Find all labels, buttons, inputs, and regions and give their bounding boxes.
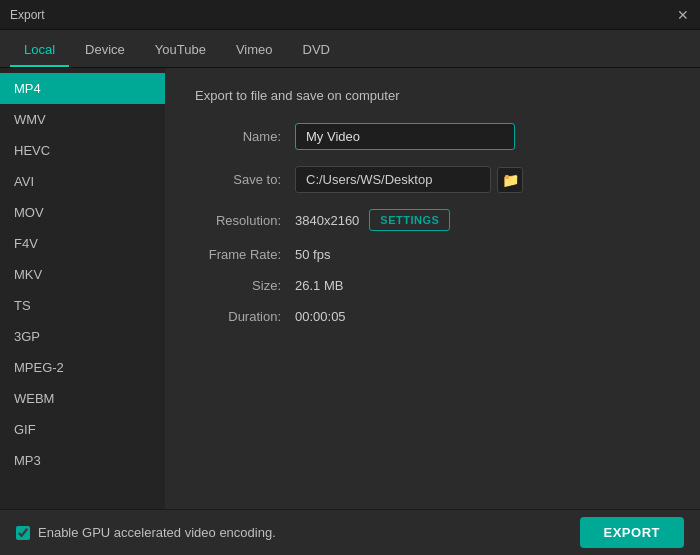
tab-youtube[interactable]: YouTube — [141, 34, 220, 67]
name-label: Name: — [195, 129, 295, 144]
saveto-path: C:/Users/WS/Desktop — [295, 166, 491, 193]
gpu-label: Enable GPU accelerated video encoding. — [38, 525, 276, 540]
sidebar-item-hevc[interactable]: HEVC — [0, 135, 165, 166]
saveto-row: Save to: C:/Users/WS/Desktop 📁 — [195, 166, 670, 193]
sidebar: MP4 WMV HEVC AVI MOV F4V MKV TS 3GP MPEG… — [0, 68, 165, 509]
tab-vimeo[interactable]: Vimeo — [222, 34, 287, 67]
sidebar-item-mp4[interactable]: MP4 — [0, 73, 165, 104]
sidebar-item-webm[interactable]: WEBM — [0, 383, 165, 414]
resolution-label: Resolution: — [195, 213, 295, 228]
window-title: Export — [10, 8, 45, 22]
settings-button[interactable]: SETTINGS — [369, 209, 450, 231]
folder-button[interactable]: 📁 — [497, 167, 523, 193]
resolution-value: 3840x2160 — [295, 213, 359, 228]
size-value: 26.1 MB — [295, 278, 343, 293]
tab-device[interactable]: Device — [71, 34, 139, 67]
saveto-wrapper: C:/Users/WS/Desktop 📁 — [295, 166, 523, 193]
sidebar-item-mp3[interactable]: MP3 — [0, 445, 165, 476]
resolution-wrapper: 3840x2160 SETTINGS — [295, 209, 450, 231]
framerate-row: Frame Rate: 50 fps — [195, 247, 670, 262]
sidebar-item-wmv[interactable]: WMV — [0, 104, 165, 135]
tab-local[interactable]: Local — [10, 34, 69, 67]
resolution-row: Resolution: 3840x2160 SETTINGS — [195, 209, 670, 231]
sidebar-item-mpeg2[interactable]: MPEG-2 — [0, 352, 165, 383]
gpu-checkbox[interactable] — [16, 526, 30, 540]
tab-bar: Local Device YouTube Vimeo DVD — [0, 30, 700, 68]
panel-title: Export to file and save on computer — [195, 88, 670, 103]
size-label: Size: — [195, 278, 295, 293]
tab-dvd[interactable]: DVD — [289, 34, 344, 67]
right-panel: Export to file and save on computer Name… — [165, 68, 700, 509]
sidebar-item-avi[interactable]: AVI — [0, 166, 165, 197]
bottom-bar: Enable GPU accelerated video encoding. E… — [0, 509, 700, 555]
name-row: Name: — [195, 123, 670, 150]
framerate-value: 50 fps — [295, 247, 330, 262]
size-row: Size: 26.1 MB — [195, 278, 670, 293]
sidebar-item-ts[interactable]: TS — [0, 290, 165, 321]
folder-icon: 📁 — [502, 172, 519, 188]
sidebar-item-mkv[interactable]: MKV — [0, 259, 165, 290]
export-button[interactable]: EXPORT — [580, 517, 684, 548]
saveto-label: Save to: — [195, 172, 295, 187]
sidebar-item-3gp[interactable]: 3GP — [0, 321, 165, 352]
close-button[interactable]: ✕ — [676, 8, 690, 22]
duration-label: Duration: — [195, 309, 295, 324]
framerate-label: Frame Rate: — [195, 247, 295, 262]
sidebar-item-mov[interactable]: MOV — [0, 197, 165, 228]
duration-value: 00:00:05 — [295, 309, 346, 324]
title-bar: Export ✕ — [0, 0, 700, 30]
sidebar-item-gif[interactable]: GIF — [0, 414, 165, 445]
sidebar-item-f4v[interactable]: F4V — [0, 228, 165, 259]
main-content: MP4 WMV HEVC AVI MOV F4V MKV TS 3GP MPEG… — [0, 68, 700, 509]
duration-row: Duration: 00:00:05 — [195, 309, 670, 324]
gpu-row: Enable GPU accelerated video encoding. — [16, 525, 276, 540]
name-input[interactable] — [295, 123, 515, 150]
